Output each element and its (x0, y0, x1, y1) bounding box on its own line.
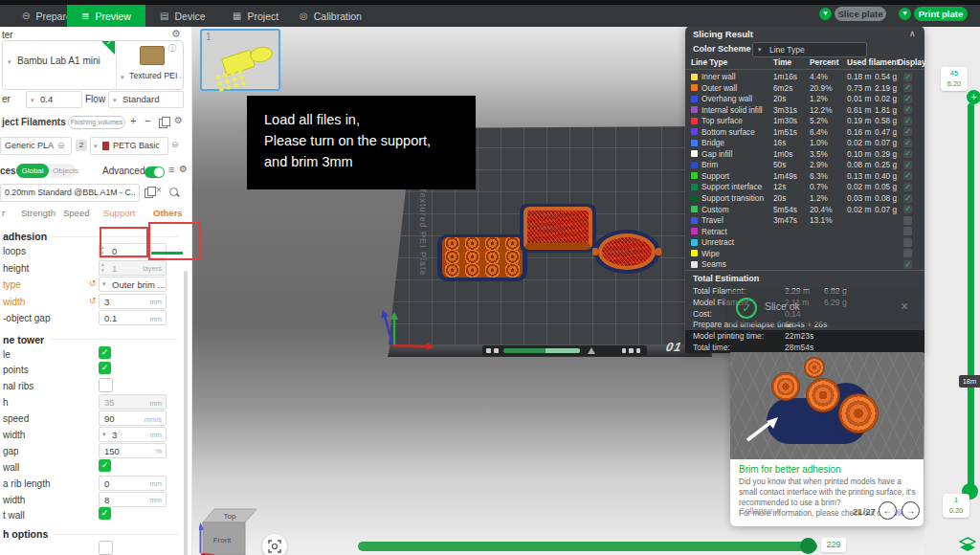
flushing-volumes-button[interactable]: Flushing volumes (68, 116, 125, 129)
printer-select[interactable]: Bambu Lab A1 mini (17, 56, 108, 66)
layers-icon[interactable] (959, 537, 976, 552)
display-checkbox[interactable]: ✓ (903, 117, 912, 125)
setting-dropdown[interactable]: ▾3mm (99, 427, 167, 442)
plate-icon-1[interactable] (622, 348, 626, 353)
process-tab-support[interactable]: Support (103, 208, 135, 218)
sidebar-scrollbar[interactable] (184, 271, 188, 555)
toast-close-icon[interactable]: × (901, 299, 908, 314)
tune-icon[interactable]: ⚙ (179, 164, 188, 174)
plate-icon-2[interactable] (629, 348, 634, 353)
spinner-icon[interactable]: ▴▾ (101, 261, 104, 273)
plate-type-select[interactable]: Textured PEI ... (129, 71, 181, 80)
flow-select[interactable]: ▾ Standard (108, 91, 184, 108)
print-plate-button[interactable]: Print plate (914, 7, 968, 21)
search-icon[interactable] (169, 188, 178, 196)
process-tab-others[interactable]: Others (153, 208, 183, 218)
plate-thumbnail[interactable]: 1 (200, 29, 280, 91)
setting-input[interactable]: 3mm (99, 294, 167, 309)
plate-info-icon[interactable]: ⓘ (168, 43, 176, 54)
remove-filament-icon[interactable]: − (145, 115, 150, 126)
display-checkbox[interactable] (903, 216, 912, 225)
layer-slider-track[interactable] (968, 103, 974, 486)
tip-prev-button[interactable]: ← (879, 501, 897, 520)
plate-lock-icon[interactable] (486, 348, 491, 353)
tip-collapse-button[interactable]: Collapse ∧ (739, 506, 781, 516)
setting-checkbox[interactable]: ✓ (99, 362, 111, 374)
revert-icon[interactable]: ↺ (89, 296, 97, 305)
move-slider-handle[interactable] (800, 538, 816, 554)
printer-gear-icon[interactable]: ⚙ (171, 28, 181, 40)
tab-project[interactable]: ▦ Project (218, 5, 293, 27)
list-view-icon[interactable]: ≡ (168, 164, 174, 175)
slice-plate-button[interactable]: Slice plate (835, 7, 886, 21)
scope-global[interactable]: Global (16, 164, 49, 178)
model-cylinder-tray[interactable] (437, 234, 527, 281)
setting-input[interactable]: 150% (99, 443, 167, 458)
setting-input[interactable]: 0.1mm (99, 310, 167, 325)
delete-preset-icon[interactable]: × (156, 185, 162, 195)
add-filament-icon[interactable]: + (130, 115, 136, 126)
setting-checkbox[interactable] (99, 541, 113, 555)
display-checkbox[interactable]: ✓ (903, 205, 912, 213)
panel-collapse-icon[interactable]: ∧ (909, 29, 916, 38)
setting-dropdown[interactable]: ▾Outer brim ... (99, 277, 167, 292)
setting-input[interactable]: 0mm (99, 476, 167, 491)
nozzle-select[interactable]: ▾ 0.4 (26, 91, 82, 108)
display-checkbox[interactable]: ✓ (903, 83, 912, 92)
display-checkbox[interactable]: ✓ (903, 171, 912, 180)
display-checkbox[interactable]: ✓ (903, 149, 912, 158)
plate-settings-bar[interactable] (482, 345, 647, 356)
setting-input[interactable]: 35mm (99, 394, 167, 410)
process-tab-cropped[interactable]: r (2, 208, 5, 218)
setting-input[interactable]: 90mm/s (99, 411, 167, 426)
display-checkbox[interactable] (903, 238, 912, 247)
display-checkbox[interactable]: ✓ (903, 139, 912, 147)
display-checkbox[interactable]: ✓ (903, 73, 912, 81)
process-tab-strength[interactable]: Strength (21, 208, 56, 218)
setting-checkbox[interactable] (99, 378, 113, 392)
save-preset-icon[interactable] (145, 189, 153, 198)
model-round-dish[interactable] (593, 230, 660, 274)
revert-icon[interactable]: ↺ (89, 278, 97, 288)
advanced-toggle[interactable] (145, 166, 165, 178)
print-options-chevron[interactable]: ▾ (899, 8, 911, 20)
display-checkbox[interactable]: ✓ (903, 194, 912, 203)
slice-options-chevron[interactable]: ▾ (819, 8, 832, 20)
plate-type-image[interactable] (140, 46, 165, 65)
sync-filament-icon[interactable] (159, 119, 167, 128)
setting-checkbox[interactable]: ✓ (99, 459, 111, 472)
tab-device[interactable]: ▤ Device (145, 5, 220, 27)
display-checkbox[interactable]: ✓ (903, 161, 912, 169)
navigation-cube[interactable]: Top Front (199, 505, 260, 555)
filament-gear-icon[interactable]: ⚙ (174, 115, 183, 125)
gcode-window-button[interactable] (262, 534, 287, 555)
setting-checkbox[interactable]: ✓ (99, 346, 111, 359)
display-checkbox[interactable]: ✓ (903, 183, 912, 191)
minus-circle-icon[interactable]: ⊖ (171, 140, 179, 149)
process-tab-speed[interactable]: Speed (63, 208, 89, 218)
setting-checkbox[interactable]: ✓ (99, 507, 111, 520)
move-slider-track[interactable] (358, 542, 817, 551)
display-checkbox[interactable]: ✓ (903, 127, 912, 136)
filament-1-select[interactable]: Generic PLA ⊖ (0, 137, 72, 155)
setting-input[interactable]: 8mm (99, 492, 167, 507)
tip-next-button[interactable]: → (902, 501, 920, 520)
plate-edit-icon[interactable] (494, 348, 499, 353)
process-scope-toggle[interactable]: Global Objects (16, 164, 76, 178)
display-checkbox[interactable] (903, 227, 912, 235)
process-preset-select[interactable]: 0.20mm Standard @BBL A1M - C... (0, 184, 140, 202)
tab-calibration[interactable]: ◎ Calibration (285, 5, 376, 27)
display-checkbox[interactable]: ✓ (903, 105, 912, 114)
display-checkbox[interactable]: ✓ (903, 95, 912, 103)
color-scheme-select[interactable]: ▾ Line Type (752, 42, 867, 57)
tab-preview[interactable]: ≣ Preview (67, 5, 145, 27)
display-checkbox[interactable]: ✓ (903, 260, 912, 269)
minus-circle-icon[interactable]: ⊖ (57, 141, 65, 150)
model-rect-tray[interactable] (520, 204, 596, 253)
add-pause-icon[interactable]: + (967, 90, 980, 104)
filament-2-select[interactable]: ▾ PETG Basic (90, 137, 168, 155)
display-checkbox[interactable] (903, 249, 912, 257)
plate-icon-3[interactable] (636, 348, 640, 353)
scope-objects[interactable]: Objects (53, 166, 78, 175)
setting-spin[interactable]: ▴▾1layers (99, 260, 167, 276)
